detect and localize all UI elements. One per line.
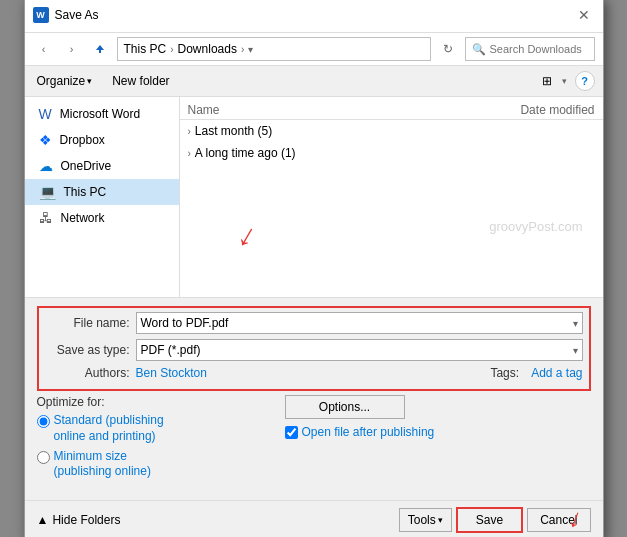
sidebar-label-this-pc: This PC [64,185,107,199]
dropbox-icon: ❖ [39,132,52,148]
arrow-indicator-1: ↓ [231,216,263,256]
organize-bar: Organize ▾ New folder ⊞ ▾ ? [25,66,603,97]
dialog-title: Save As [55,8,99,22]
sidebar-item-network[interactable]: 🖧 Network [25,205,179,231]
back-button[interactable]: ‹ [33,38,55,60]
refresh-button[interactable]: ↻ [437,38,459,60]
hide-folders-button[interactable]: ▲ Hide Folders [37,513,121,527]
close-button[interactable]: ✕ [573,4,595,26]
authors-row: Authors: Ben Stockton Tags: Add a tag [45,366,583,380]
sidebar-item-this-pc[interactable]: 💻 This PC [25,179,179,205]
organize-chevron-icon: ▾ [87,76,92,86]
address-toolbar: ‹ › This PC › Downloads › ▾ ↻ 🔍 [25,33,603,66]
filename-label: File name: [45,316,130,330]
group-chevron-long-time-ago: › [188,148,191,159]
search-bar[interactable]: 🔍 [465,37,595,61]
file-list-inner: › Last month (5) › A long time ago (1) g… [180,120,603,244]
authors-label: Authors: [45,366,130,380]
onedrive-icon: ☁ [39,158,53,174]
view-mode-button[interactable]: ⊞ [536,70,558,92]
col-name-header[interactable]: Name [188,103,445,117]
this-pc-icon: 💻 [39,184,56,200]
main-content: W Microsoft Word ❖ Dropbox ☁ OneDrive 💻 … [25,97,603,297]
group-last-month[interactable]: › Last month (5) [180,120,603,142]
path-bar[interactable]: This PC › Downloads › ▾ [117,37,431,61]
view-chevron-icon[interactable]: ▾ [562,76,567,86]
tags-value[interactable]: Add a tag [531,366,582,380]
sidebar-label-onedrive: OneDrive [61,159,112,173]
sidebar-label-dropbox: Dropbox [60,133,105,147]
sidebar-label-microsoft-word: Microsoft Word [60,107,140,121]
radio-standard-input[interactable] [37,415,50,428]
column-headers: Name Date modified [180,101,603,120]
search-icon: 🔍 [472,43,486,56]
tools-button[interactable]: Tools ▾ [399,508,452,532]
path-separator-2: › [241,44,244,55]
watermark: groovyPost.com [489,219,582,234]
group-label-last-month: Last month (5) [195,124,272,138]
radio-minimum-input[interactable] [37,451,50,464]
organize-label: Organize [37,74,86,88]
hide-folders-label: Hide Folders [52,513,120,527]
radio-standard[interactable]: Standard (publishingonline and printing) [37,413,277,444]
col-date-header[interactable]: Date modified [445,103,595,117]
group-chevron-last-month: › [188,126,191,137]
sidebar-label-network: Network [61,211,105,225]
bottom-form: File name: Word to PDF.pdf ▾ Save as typ… [25,297,603,499]
radio-minimum[interactable]: Minimum size(publishing online) [37,449,277,480]
up-button[interactable] [89,38,111,60]
search-input[interactable] [490,43,588,55]
hide-folders-chevron-icon: ▲ [37,513,49,527]
title-bar: W Save As ✕ [25,0,603,33]
path-downloads: Downloads [178,42,237,56]
file-list: Name Date modified › Last month (5) › A … [180,97,603,297]
optimize-left: Optimize for: Standard (publishingonline… [37,395,277,483]
tools-chevron-icon: ▾ [438,515,443,525]
path-separator-1: › [170,44,173,55]
sidebar: W Microsoft Word ❖ Dropbox ☁ OneDrive 💻 … [25,97,180,297]
filename-input[interactable]: Word to PDF.pdf ▾ [136,312,583,334]
save-as-dialog: W Save As ✕ ‹ › This PC › Downloads › ▾ … [24,0,604,537]
word-icon: W [39,106,52,122]
view-controls: ⊞ ▾ [536,70,567,92]
radio-minimum-label: Minimum size(publishing online) [54,449,151,480]
forward-button[interactable]: › [61,38,83,60]
filename-dropdown-icon: ▾ [573,318,578,329]
tags-label: Tags: [490,366,519,380]
optimize-section: Optimize for: Standard (publishingonline… [37,395,591,483]
sidebar-item-dropbox[interactable]: ❖ Dropbox [25,127,179,153]
path-this-pc: This PC [124,42,167,56]
filename-row: File name: Word to PDF.pdf ▾ [45,312,583,334]
file-details-box: File name: Word to PDF.pdf ▾ Save as typ… [37,306,591,391]
sidebar-item-onedrive[interactable]: ☁ OneDrive [25,153,179,179]
path-dropdown-chevron[interactable]: ▾ [248,44,253,55]
help-button[interactable]: ? [575,71,595,91]
sidebar-item-microsoft-word[interactable]: W Microsoft Word [25,101,179,127]
optimize-label: Optimize for: [37,395,277,409]
dialog-icon: W [33,7,49,23]
optimize-right: Options... Open file after publishing ↓ [285,395,591,483]
group-long-time-ago[interactable]: › A long time ago (1) [180,142,603,164]
radio-standard-label: Standard (publishingonline and printing) [54,413,164,444]
saveastype-label: Save as type: [45,343,130,357]
saveastype-input[interactable]: PDF (*.pdf) ▾ [136,339,583,361]
network-icon: 🖧 [39,210,53,226]
authors-value[interactable]: Ben Stockton [136,366,207,380]
saveastype-row: Save as type: PDF (*.pdf) ▾ [45,339,583,361]
filename-value: Word to PDF.pdf [141,316,229,330]
saveastype-dropdown-icon: ▾ [573,345,578,356]
saveastype-value: PDF (*.pdf) [141,343,201,357]
group-label-long-time-ago: A long time ago (1) [195,146,296,160]
organize-button[interactable]: Organize ▾ [33,72,97,90]
new-folder-button[interactable]: New folder [104,72,177,90]
tools-label: Tools [408,513,436,527]
